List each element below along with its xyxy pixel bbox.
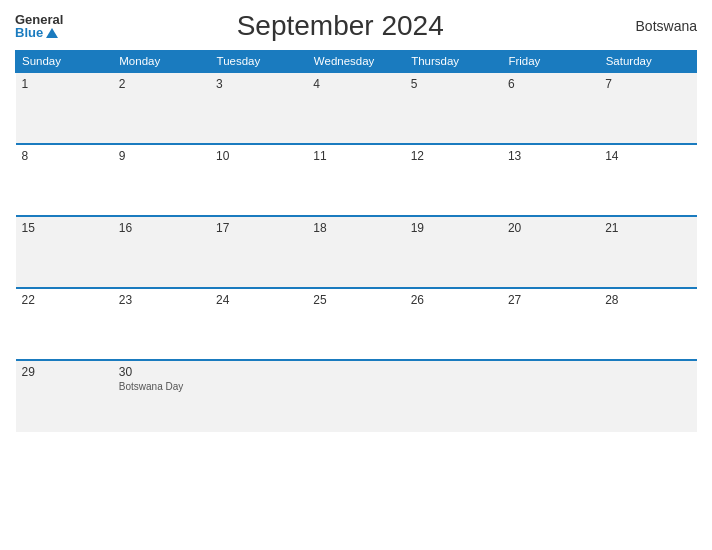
day-number: 23 <box>119 293 204 307</box>
header-tuesday: Tuesday <box>210 51 307 73</box>
country-label: Botswana <box>617 18 697 34</box>
day-number: 6 <box>508 77 593 91</box>
calendar-cell: 2 <box>113 72 210 144</box>
calendar-week-row: 891011121314 <box>16 144 697 216</box>
calendar-cell: 14 <box>599 144 696 216</box>
calendar-table: Sunday Monday Tuesday Wednesday Thursday… <box>15 50 697 432</box>
header-wednesday: Wednesday <box>307 51 404 73</box>
calendar-cell: 8 <box>16 144 113 216</box>
day-number: 28 <box>605 293 690 307</box>
calendar-cell: 3 <box>210 72 307 144</box>
day-number: 17 <box>216 221 301 235</box>
header-friday: Friday <box>502 51 599 73</box>
day-number: 21 <box>605 221 690 235</box>
day-number: 30 <box>119 365 204 379</box>
calendar-cell: 6 <box>502 72 599 144</box>
calendar-cell: 27 <box>502 288 599 360</box>
calendar-cell <box>502 360 599 432</box>
day-number: 5 <box>411 77 496 91</box>
day-number: 12 <box>411 149 496 163</box>
day-number: 26 <box>411 293 496 307</box>
calendar-cell <box>210 360 307 432</box>
header-thursday: Thursday <box>405 51 502 73</box>
calendar-cell: 30Botswana Day <box>113 360 210 432</box>
calendar-week-row: 2930Botswana Day <box>16 360 697 432</box>
day-number: 25 <box>313 293 398 307</box>
calendar-cell: 22 <box>16 288 113 360</box>
day-number: 14 <box>605 149 690 163</box>
holiday-label: Botswana Day <box>119 381 204 392</box>
calendar-cell: 9 <box>113 144 210 216</box>
day-number: 15 <box>22 221 107 235</box>
day-number: 29 <box>22 365 107 379</box>
day-number: 24 <box>216 293 301 307</box>
day-number: 8 <box>22 149 107 163</box>
calendar-cell: 21 <box>599 216 696 288</box>
day-number: 11 <box>313 149 398 163</box>
month-title: September 2024 <box>63 10 617 42</box>
day-number: 19 <box>411 221 496 235</box>
calendar-week-row: 22232425262728 <box>16 288 697 360</box>
calendar-cell: 13 <box>502 144 599 216</box>
calendar-cell <box>405 360 502 432</box>
calendar-cell: 19 <box>405 216 502 288</box>
day-number: 13 <box>508 149 593 163</box>
calendar-cell: 17 <box>210 216 307 288</box>
day-number: 10 <box>216 149 301 163</box>
calendar-cell <box>599 360 696 432</box>
day-number: 4 <box>313 77 398 91</box>
calendar-cell: 12 <box>405 144 502 216</box>
day-number: 1 <box>22 77 107 91</box>
logo: General Blue <box>15 13 63 39</box>
calendar-cell: 16 <box>113 216 210 288</box>
calendar-cell: 11 <box>307 144 404 216</box>
calendar-cell: 5 <box>405 72 502 144</box>
calendar-cell: 25 <box>307 288 404 360</box>
calendar-cell: 7 <box>599 72 696 144</box>
calendar-cell <box>307 360 404 432</box>
day-number: 27 <box>508 293 593 307</box>
calendar-week-row: 1234567 <box>16 72 697 144</box>
day-number: 3 <box>216 77 301 91</box>
logo-blue-text: Blue <box>15 26 58 39</box>
header-sunday: Sunday <box>16 51 113 73</box>
header-saturday: Saturday <box>599 51 696 73</box>
calendar-cell: 26 <box>405 288 502 360</box>
calendar-week-row: 15161718192021 <box>16 216 697 288</box>
calendar-cell: 24 <box>210 288 307 360</box>
logo-triangle-icon <box>46 28 58 38</box>
calendar-cell: 23 <box>113 288 210 360</box>
calendar-cell: 28 <box>599 288 696 360</box>
calendar-cell: 15 <box>16 216 113 288</box>
calendar-cell: 10 <box>210 144 307 216</box>
day-number: 9 <box>119 149 204 163</box>
calendar-cell: 20 <box>502 216 599 288</box>
calendar-header: General Blue September 2024 Botswana <box>15 10 697 42</box>
day-number: 7 <box>605 77 690 91</box>
day-number: 20 <box>508 221 593 235</box>
calendar-cell: 29 <box>16 360 113 432</box>
day-number: 2 <box>119 77 204 91</box>
day-number: 16 <box>119 221 204 235</box>
header-monday: Monday <box>113 51 210 73</box>
weekday-header-row: Sunday Monday Tuesday Wednesday Thursday… <box>16 51 697 73</box>
calendar-cell: 18 <box>307 216 404 288</box>
day-number: 22 <box>22 293 107 307</box>
day-number: 18 <box>313 221 398 235</box>
calendar-cell: 4 <box>307 72 404 144</box>
calendar-page: General Blue September 2024 Botswana Sun… <box>0 0 712 550</box>
calendar-cell: 1 <box>16 72 113 144</box>
